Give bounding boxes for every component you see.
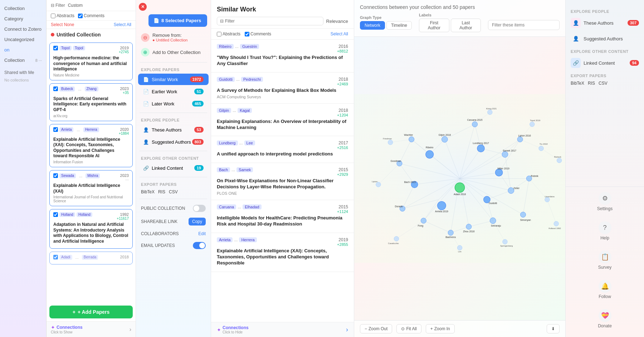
paper-checkbox-1[interactable] [53,46,58,50]
sidebar-item-zotero[interactable]: Connect to Zotero [3,24,43,34]
svg-text:Baehrens: Baehrens [445,236,456,238]
paper-card[interactable]: Topol Topol 2019 +2745 High-performance … [49,43,133,80]
follow-icon: 🔔 [599,280,611,293]
zoom-out-button[interactable]: − Zoom Out [360,324,392,333]
right-these-authors-badge: 307 [628,20,639,26]
suggested-authors-option[interactable]: 👤 Suggested Authors 803 [138,136,209,148]
edit-button[interactable]: Edit [198,231,206,236]
similar-panel: Similar Work ⊟ Filter Relevance Abstract… [211,0,354,337]
similar-paper[interactable]: Bach ... Samek 2015 +2929 On Pixel-Wise … [211,163,354,200]
later-work-badge: 465 [192,101,204,106]
similar-paper[interactable]: Ribeiro ... Guestrin 2016 +8812 "Why Sho… [211,40,354,73]
public-collection-toggle[interactable] [193,205,206,212]
paper-checkbox-2[interactable] [53,86,58,91]
first-author-button[interactable]: First Author [419,19,449,32]
paper-checkbox-4[interactable] [53,173,58,178]
similar-header: Similar Work ⊟ Filter Relevance [211,0,354,29]
right-linked-content[interactable]: 🔗 Linked Content 94 [566,55,644,71]
similar-paper[interactable]: Gilpin ... Kagal 2018 +1204 Explaining E… [211,104,354,137]
svg-text:Bach 2015: Bach 2015 [404,181,416,183]
paper-checkbox-6[interactable] [53,255,58,259]
selected-papers-button[interactable]: 📄 8 Selected Papers [148,14,207,27]
paper-checkbox-5[interactable] [53,212,58,217]
similar-comments-checkbox[interactable] [245,32,249,36]
csv-button[interactable]: CSV [169,189,178,194]
similar-select-all[interactable]: Select All [331,31,348,36]
later-work-icon: 📄 [143,101,149,106]
right-bibtex-button[interactable]: BibTeX [571,81,584,86]
add-papers-button[interactable]: + + Add Papers [49,306,133,318]
similar-comments-label[interactable]: Comments [245,31,271,36]
remove-action[interactable]: ⊖ Remove from: ● Untitled Collection [136,30,211,45]
similar-filter-input[interactable]: ⊟ Filter [217,17,323,25]
donate-action[interactable]: 💝 Donate [566,304,644,333]
sidebar-item-on[interactable]: on [3,45,43,55]
timeline-button[interactable]: Timeline [386,21,412,30]
similar-abstracts-checkbox[interactable] [217,32,221,36]
help-action[interactable]: ? Help [566,216,644,246]
linked-content-option[interactable]: 🔗 Linked Content 19 [138,162,209,174]
paper-checkbox-3[interactable] [53,127,58,132]
network-button[interactable]: Network [360,21,385,30]
select-all-link[interactable]: Select All [114,22,131,27]
right-these-authors[interactable]: 👤 These Authors 307 [566,15,644,31]
svg-text:Friedman: Friedman [383,138,392,140]
abstracts-checkbox-label[interactable]: Abstracts [51,13,74,18]
last-author-button[interactable]: Last Author [451,19,481,32]
ris-button[interactable]: RIS [158,189,165,194]
similar-arrow-button[interactable]: › [346,326,348,333]
paper-card[interactable]: Sewada ... Mishra 2023 — Explainable Art… [49,170,133,206]
settings-action[interactable]: ⚙ Settings [566,187,644,216]
right-ris-button[interactable]: RIS [588,81,595,86]
right-csv-button[interactable]: CSV [599,81,608,86]
download-button[interactable]: ⬇ [547,324,560,333]
svg-text:Holland 1992: Holland 1992 [548,227,561,229]
paper-card[interactable]: Holland Holland 1992 +11617 Adaptation i… [49,209,133,248]
zoom-in-button[interactable]: + Zoom In [426,324,455,333]
similar-abstracts-label[interactable]: Abstracts [217,31,240,36]
email-updates-toggle[interactable] [193,242,206,249]
sidebar-item-category[interactable]: Category [3,14,43,24]
close-button[interactable]: ✕ [139,3,147,11]
right-explore-people-label: EXPLORE PEOPLE [566,6,644,15]
paper-card[interactable]: Bubeck ... Zhang 2023 +35 Sparks of Arti… [49,83,133,121]
similar-paper[interactable]: Guidotti ... Pedreschi 2018 +2469 A Surv… [211,73,354,104]
comments-checkbox[interactable] [78,14,83,18]
later-work-option[interactable]: 📄 Later Work 465 [138,98,209,109]
similar-papers-list: Ribeiro ... Guestrin 2016 +8812 "Why Sho… [211,40,354,322]
comments-checkbox-label[interactable]: Comments [78,13,104,18]
right-suggested-authors[interactable]: 👤 Suggested Authors [566,31,644,46]
abstracts-checkbox[interactable] [51,14,55,18]
settings-icon: ⚙ [599,192,611,205]
relevance-label[interactable]: Relevance [326,19,348,24]
paper-card[interactable]: Adadi ... Berrada 2018 [49,252,133,264]
similar-paper[interactable]: Caruana ... Elhadad 2015 +1124 Intelligi… [211,200,354,233]
collaborators-row: COLLABORATORS Edit [136,228,211,239]
sidebar-item-collection[interactable]: Collection [3,4,43,13]
select-none-link[interactable]: Select None [51,22,74,27]
similar-work-option[interactable]: 📄 Similar Work 1972 [138,74,209,85]
paper-card[interactable]: Arrieta ... Herrera 2020 +1884 Explainab… [49,124,133,167]
sidebar-item-collection2[interactable]: Collection 8 ··· [3,55,43,65]
these-authors-option[interactable]: 👤 These Authors 53 [138,124,209,135]
copy-button[interactable]: Copy [189,218,206,226]
similar-work-icon: 📄 [143,77,149,82]
sidebar-no-collections: No collections [3,76,43,84]
fit-all-button[interactable]: ⊙ Fit All [396,324,421,333]
connections-bar[interactable]: ✦ Connections Click to Show › [47,321,136,337]
filter-items-input[interactable] [488,20,560,30]
add-to-other-action[interactable]: ⊕ Add to Other Collection [136,45,211,59]
filter-button[interactable]: ⊟ Filter [51,3,65,8]
svg-text:Lundberg 2017: Lundberg 2017 [473,142,489,145]
similar-bottom-bar: ✦ Connections Click to Hide › [211,322,354,337]
network-canvas: Adadi 2018 Arrieta 2019 Ribeiro Lundberg… [354,37,565,320]
sidebar-item-uncategorized[interactable]: Uncategorized [3,35,43,44]
follow-action[interactable]: 🔔 Follow [566,275,644,304]
right-export-row: BibTeX RIS CSV [566,79,644,87]
svg-text:Caruana 2015: Caruana 2015 [467,119,483,121]
bibtex-button[interactable]: BibTeX [141,189,155,194]
earlier-work-option[interactable]: 📄 Earlier Work 51 [138,86,209,97]
similar-paper[interactable]: Lundberg ... Lee 2017 +2516 A unified ap… [211,136,354,163]
similar-paper[interactable]: Arrieta ... Herrera 2019 +2855 Explainab… [211,233,354,272]
survey-action[interactable]: 📋 Survey [566,246,644,275]
